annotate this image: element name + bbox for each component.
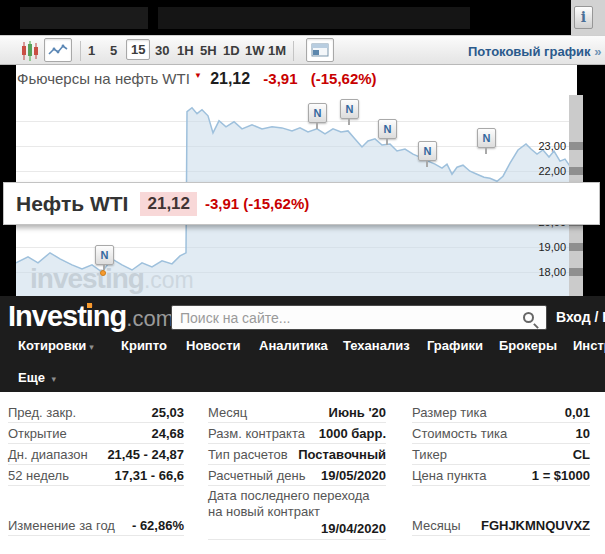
investing-wti-page: i 1515301H5H1D1W1M <box>0 0 605 554</box>
nav-item-7[interactable]: Брокеры <box>499 338 557 353</box>
row-value: 0,01 <box>565 405 590 420</box>
streaming-chart-label: Потоковый график <box>468 44 591 59</box>
row-value: CL <box>573 447 590 462</box>
search-icon[interactable] <box>523 312 534 323</box>
news-marker[interactable]: N <box>340 99 359 119</box>
tooltip-price-badge: 21,12 <box>140 192 197 216</box>
chart-change: -3,91 <box>263 70 297 87</box>
scrollbar-tick <box>569 142 583 150</box>
news-marker-stem <box>348 119 350 125</box>
nav-item-label: Крипто <box>121 338 167 353</box>
table-row: МесяцИюнь '20 <box>208 402 386 423</box>
nav-item-label: Теханализ <box>343 338 410 353</box>
table-row: Открытие24,68 <box>8 423 184 444</box>
streaming-chart-link[interactable]: Потоковый график » <box>468 44 601 59</box>
row-value: 1000 барр. <box>319 426 386 441</box>
toolbar-separator <box>293 41 294 61</box>
redacted-right-strip <box>577 65 605 95</box>
news-marker[interactable]: N <box>95 245 114 265</box>
table-row: ТикерCL <box>412 444 590 465</box>
row-label: Тип расчетов <box>208 447 288 462</box>
row-label: Месяцы <box>412 518 461 533</box>
table-row: Изменение за год- 62,86% <box>8 515 184 536</box>
table-row: Разм. контракта1000 барр. <box>208 423 386 444</box>
nav-item-6[interactable]: Графики <box>427 338 483 353</box>
row-label: Размер тика <box>412 405 487 420</box>
news-marker-stem <box>316 123 318 129</box>
news-marker-stem <box>426 161 428 167</box>
nav-more-label: Еще <box>18 370 45 385</box>
news-marker[interactable]: N <box>477 128 496 148</box>
row-label: Цена пункта <box>412 468 486 483</box>
scrollbar-tick <box>569 167 583 175</box>
nav-item-label: Аналитика <box>259 338 328 353</box>
y-axis-label: 19,00 <box>522 241 566 253</box>
nav-item-2[interactable]: Крипто <box>121 338 167 353</box>
streaming-chart-arrow-icon: » <box>594 44 601 59</box>
table-row: Дн. диапазон21,45 - 24,87 <box>8 444 184 465</box>
table-gap <box>8 486 184 515</box>
nav-item-label: Котировки <box>18 338 86 353</box>
browser-top-bar <box>0 0 605 35</box>
y-axis-label: 23,00 <box>522 140 566 152</box>
interval-1D[interactable]: 1D <box>223 43 240 58</box>
row-value: 1 = $1000 <box>532 468 590 483</box>
redacted-region <box>158 7 470 29</box>
table-gap <box>412 486 590 515</box>
row-label: 52 недель <box>8 468 69 483</box>
details-column-2: МесяцИюнь '20Разм. контракта1000 барр.Ти… <box>208 402 386 540</box>
chart-panel-icon[interactable] <box>306 38 334 62</box>
interval-1H[interactable]: 1H <box>177 43 194 58</box>
toolbar-separator <box>80 41 81 61</box>
table-row: Цена пункта1 = $1000 <box>412 465 590 486</box>
nav-item-label: Брокеры <box>499 338 557 353</box>
logo-orange-dot <box>87 303 92 308</box>
nav-item-1[interactable]: Котировки▾ <box>18 338 94 353</box>
row-value: 10 <box>576 426 590 441</box>
row-value: - 62,86% <box>132 518 184 533</box>
row-label: Месяц <box>208 405 247 420</box>
row-value: FGHJKMNQUVXZ <box>481 518 590 533</box>
search-input[interactable] <box>172 310 523 326</box>
chart-last-price: 21,12 <box>210 70 250 87</box>
row-label: Тикер <box>412 447 447 462</box>
row-value: Июнь '20 <box>329 405 386 420</box>
details-column-3: Размер тика0,01Стоимость тика10ТикерCLЦе… <box>412 402 590 536</box>
news-marker-dot <box>100 270 106 276</box>
nav-more[interactable]: Еще ▾ <box>18 370 56 385</box>
line-chart-icon[interactable] <box>44 38 72 62</box>
nav-item-4[interactable]: Аналитика <box>259 338 328 353</box>
nav-item-8[interactable]: Инстр <box>573 338 605 353</box>
tooltip-change: -3,91 (-15,62%) <box>205 195 309 212</box>
nav-item-label: Графики <box>427 338 483 353</box>
chart-change-percent: (-15,62%) <box>311 70 377 87</box>
interval-1M[interactable]: 1M <box>268 43 286 58</box>
interval-1[interactable]: 1 <box>88 43 95 58</box>
interval-15[interactable]: 15 <box>126 39 150 60</box>
interval-5H[interactable]: 5H <box>200 43 217 58</box>
nav-item-3[interactable]: Новости <box>186 338 241 353</box>
table-row: Расчетный день19/05/2020 <box>208 465 386 486</box>
row-value: 19/04/2020 <box>208 520 386 539</box>
interval-1W[interactable]: 1W <box>245 43 265 58</box>
row-value: Поставочный <box>298 447 386 462</box>
news-marker[interactable]: N <box>378 119 397 139</box>
scrollbar-tick <box>569 268 583 276</box>
table-row: Стоимость тика10 <box>412 423 590 444</box>
table-row: 52 недель17,31 - 66,6 <box>8 465 184 486</box>
chart-toolbar: 1515301H5H1D1W1M Потоковый график » <box>0 35 605 65</box>
row-value: 25,03 <box>151 405 184 420</box>
nav-item-5[interactable]: Теханализ <box>343 338 410 353</box>
row-label: Дн. диапазон <box>8 447 88 462</box>
table-row: Размер тика0,01 <box>412 402 590 423</box>
info-button[interactable]: i <box>574 6 593 29</box>
table-row: МесяцыFGHJKMNQUVXZ <box>412 515 590 536</box>
chevron-down-icon: ▾ <box>89 342 94 352</box>
news-marker[interactable]: N <box>418 141 437 161</box>
row-label: Разм. контракта <box>208 426 305 441</box>
candlestick-chart-icon[interactable] <box>20 40 40 66</box>
news-marker[interactable]: N <box>308 103 327 123</box>
login-link[interactable]: Вход / Б <box>556 309 605 325</box>
interval-5[interactable]: 5 <box>110 43 117 58</box>
interval-30[interactable]: 30 <box>155 43 169 58</box>
